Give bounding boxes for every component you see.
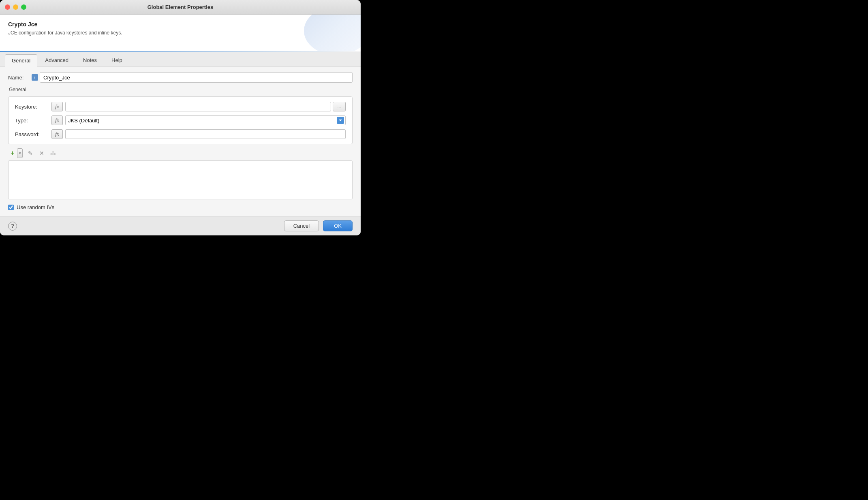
section-label: General (9, 87, 353, 92)
use-random-iv-row: Use random IVs (8, 204, 353, 210)
toolbar: + ▾ ✎ ✕ ⁂ (8, 148, 353, 158)
dialog-header: Crypto Jce JCE configuration for Java ke… (0, 15, 361, 51)
dialog-content: Name: i General Keystore: fx ... Type: f… (0, 66, 361, 216)
edit-button[interactable]: ✎ (25, 148, 36, 158)
password-input[interactable] (65, 129, 346, 139)
name-icon: i (32, 74, 38, 81)
password-fx-button[interactable]: fx (51, 129, 63, 139)
type-select-wrap: JKS (Default) PKCS12 JCEKS (65, 115, 346, 125)
ok-button[interactable]: OK (323, 220, 353, 231)
dialog-footer: ? Cancel OK (0, 216, 361, 235)
password-label: Password: (15, 131, 51, 137)
type-label: Type: (15, 118, 51, 124)
password-row: Password: fx (15, 129, 346, 139)
tab-advanced[interactable]: Advanced (38, 54, 75, 66)
tab-notes[interactable]: Notes (76, 54, 104, 66)
name-label: Name: (8, 75, 28, 81)
fields-box: Keystore: fx ... Type: fx JKS (Default) … (8, 96, 353, 144)
close-button[interactable] (5, 4, 10, 10)
titlebar: Global Element Properties (0, 0, 361, 15)
delete-button[interactable]: ✕ (36, 148, 47, 158)
type-row: Type: fx JKS (Default) PKCS12 JCEKS (15, 115, 346, 125)
header-decoration (304, 15, 361, 51)
use-random-iv-checkbox[interactable] (8, 205, 14, 210)
more-button[interactable]: ⁂ (48, 148, 58, 158)
footer-buttons: Cancel OK (284, 220, 353, 231)
tab-help[interactable]: Help (105, 54, 129, 66)
tabs-bar: General Advanced Notes Help (0, 52, 361, 66)
dialog-title: Global Element Properties (148, 4, 214, 10)
type-fx-button[interactable]: fx (51, 115, 63, 125)
table-area (8, 160, 353, 199)
component-description: JCE configuration for Java keystores and… (8, 30, 353, 36)
name-row: Name: i (8, 72, 353, 83)
keystore-input[interactable] (65, 102, 331, 111)
add-button[interactable]: + (8, 148, 17, 158)
keystore-browse-button[interactable]: ... (333, 102, 346, 111)
keystore-label: Keystore: (15, 104, 51, 110)
component-title: Crypto Jce (8, 21, 353, 28)
type-select[interactable]: JKS (Default) PKCS12 JCEKS (65, 115, 346, 125)
keystore-fx-button[interactable]: fx (51, 102, 63, 111)
name-input[interactable] (40, 72, 353, 83)
add-dropdown-button[interactable]: ▾ (17, 148, 23, 158)
tab-general[interactable]: General (5, 54, 37, 66)
window-controls[interactable] (5, 4, 26, 10)
add-with-arrow: + ▾ (8, 148, 24, 158)
maximize-button[interactable] (21, 4, 26, 10)
minimize-button[interactable] (13, 4, 18, 10)
cancel-button[interactable]: Cancel (284, 220, 319, 231)
keystore-row: Keystore: fx ... (15, 102, 346, 111)
use-random-iv-label[interactable]: Use random IVs (17, 204, 54, 210)
help-button[interactable]: ? (8, 222, 17, 231)
